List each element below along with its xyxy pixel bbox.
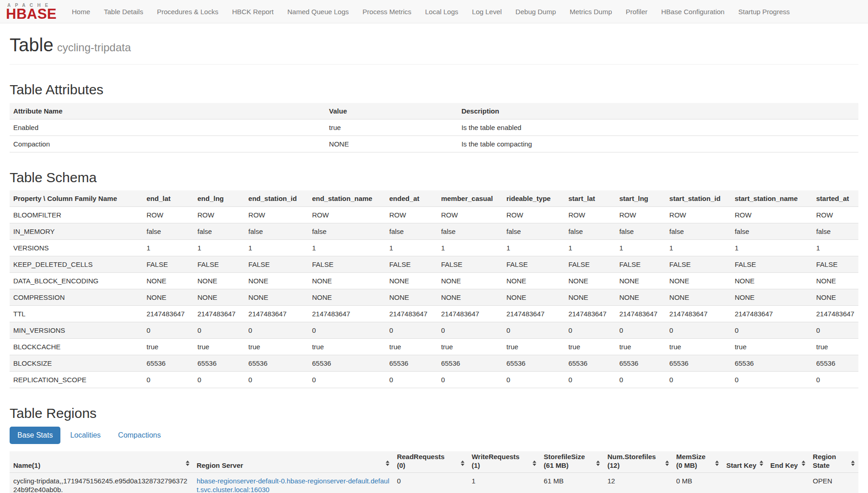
region-server-link[interactable]: hbase-regionserver-default-0.hbase-regio… xyxy=(197,477,389,493)
attr-col-value: Value xyxy=(325,103,458,119)
nav-link-local-logs[interactable]: Local Logs xyxy=(418,0,465,23)
regions-col-memsize[interactable]: MemSize(0 MB) xyxy=(673,451,722,473)
schema-row-versions: VERSIONS111111111111 xyxy=(10,240,858,256)
schema-property-value: NONE xyxy=(386,273,437,289)
regions-col-region-server[interactable]: Region Server xyxy=(193,451,394,473)
schema-property-value: NONE xyxy=(565,289,615,306)
nav-link-debug-dump[interactable]: Debug Dump xyxy=(509,0,563,23)
schema-property-value: 0 xyxy=(194,322,245,339)
regions-col-end-key[interactable]: End Key xyxy=(767,451,809,473)
schema-property-value: 0 xyxy=(565,372,615,388)
schema-property-value: NONE xyxy=(731,273,813,289)
sort-icon[interactable] xyxy=(663,460,669,466)
hbase-logo[interactable]: APACHE HBASE xyxy=(0,0,65,23)
nav-item-debug-dump: Debug Dump xyxy=(509,0,563,23)
schema-property-value: 1 xyxy=(245,240,308,256)
schema-property-value: false xyxy=(503,223,565,240)
regions-col-label-line1: Name(1) xyxy=(13,461,40,470)
regions-col-label: Num.Storefiles(12) xyxy=(607,452,656,470)
schema-property-value: false xyxy=(666,223,731,240)
sort-icon[interactable] xyxy=(530,460,536,466)
schema-property-value: 0 xyxy=(615,372,665,388)
sort-icon[interactable] xyxy=(383,460,389,466)
regions-tab-item-base-stats: Base Stats xyxy=(10,427,60,444)
schema-property-value: NONE xyxy=(194,289,245,306)
sort-down-arrow xyxy=(802,464,805,466)
sort-icon[interactable] xyxy=(183,460,189,466)
schema-property-value: true xyxy=(245,339,308,355)
schema-property-value: false xyxy=(245,223,308,240)
nav-link-process-metrics[interactable]: Process Metrics xyxy=(356,0,418,23)
schema-property-value: NONE xyxy=(437,273,503,289)
schema-property-value: 1 xyxy=(308,240,386,256)
schema-property-value: FALSE xyxy=(437,256,503,273)
regions-col-start-key[interactable]: Start Key xyxy=(722,451,766,473)
sort-icon[interactable] xyxy=(848,460,855,466)
regions-col-label: End Key xyxy=(771,461,798,470)
schema-property-value: true xyxy=(731,339,813,355)
regions-col-label-line1: ReadRequests xyxy=(397,452,444,461)
regions-col-content: MemSize(0 MB) xyxy=(676,452,719,470)
nav-link-startup-progress[interactable]: Startup Progress xyxy=(731,0,797,23)
schema-family-ended-at: ended_at xyxy=(386,190,437,207)
schema-property-value: 65536 xyxy=(437,355,503,372)
sort-icon[interactable] xyxy=(712,460,719,466)
page-header: Tablecycling-tripdata xyxy=(10,35,858,65)
sort-down-arrow xyxy=(461,464,464,466)
schema-property-value: 2147483647 xyxy=(437,306,503,322)
schema-property-value: 65536 xyxy=(666,355,731,372)
schema-property-value: ROW xyxy=(194,207,245,223)
nav-item-procedures-locks: Procedures & Locks xyxy=(150,0,225,23)
nav-item-hbase-configuration: HBase Configuration xyxy=(654,0,731,23)
schema-property-value: 1 xyxy=(437,240,503,256)
nav-link-named-queue-logs[interactable]: Named Queue Logs xyxy=(280,0,356,23)
regions-tab-item-compactions: Compactions xyxy=(110,427,168,444)
regions-col-writerequests[interactable]: WriteRequests(1) xyxy=(468,451,540,473)
regions-col-label-line1: WriteRequests xyxy=(472,452,520,461)
page-title: Table xyxy=(10,35,54,55)
sort-icon[interactable] xyxy=(799,460,805,466)
schema-property-name: DATA_BLOCK_ENCODING xyxy=(10,273,143,289)
schema-property-value: 2147483647 xyxy=(308,306,386,322)
regions-col-readrequests[interactable]: ReadRequests(0) xyxy=(393,451,468,473)
schema-property-value: true xyxy=(503,339,565,355)
tab-localities[interactable]: Localities xyxy=(62,427,108,444)
nav-link-profiler[interactable]: Profiler xyxy=(619,0,655,23)
regions-col-num-storefiles[interactable]: Num.Storefiles(12) xyxy=(604,451,672,473)
schema-property-value: 0 xyxy=(143,372,194,388)
nav-link-table-details[interactable]: Table Details xyxy=(97,0,150,23)
region-cell-start-key xyxy=(722,472,766,493)
sort-up-arrow xyxy=(802,460,805,463)
nav-link-hbase-configuration[interactable]: HBase Configuration xyxy=(654,0,731,23)
attr-description: Is the table compacting xyxy=(458,135,858,152)
page-content: Tablecycling-tripdata Table Attributes A… xyxy=(0,35,868,493)
nav-link-metrics-dump[interactable]: Metrics Dump xyxy=(563,0,619,23)
schema-family-start-lng: start_lng xyxy=(615,190,665,207)
schema-property-value: true xyxy=(666,339,731,355)
sort-icon[interactable] xyxy=(458,460,464,466)
nav-link-log-level[interactable]: Log Level xyxy=(465,0,509,23)
schema-property-value: FALSE xyxy=(565,256,615,273)
schema-property-value: 2147483647 xyxy=(386,306,437,322)
nav-link-hbck-report[interactable]: HBCK Report xyxy=(225,0,280,23)
sort-down-arrow xyxy=(760,464,763,466)
nav-link-home[interactable]: Home xyxy=(65,0,97,23)
schema-property-value: ROW xyxy=(666,207,731,223)
sort-icon[interactable] xyxy=(593,460,600,466)
schema-property-value: true xyxy=(565,339,615,355)
tab-compactions[interactable]: Compactions xyxy=(110,427,168,444)
schema-property-value: FALSE xyxy=(194,256,245,273)
sort-icon[interactable] xyxy=(757,460,763,466)
schema-property-value: NONE xyxy=(615,273,665,289)
schema-row-blockcache: BLOCKCACHEtruetruetruetruetruetruetruetr… xyxy=(10,339,858,355)
schema-property-value: 2147483647 xyxy=(615,306,665,322)
regions-col-storefilesize[interactable]: StorefileSize(61 MB) xyxy=(540,451,604,473)
attr-description: Is the table enabled xyxy=(458,119,858,135)
tab-base-stats[interactable]: Base Stats xyxy=(10,427,60,444)
regions-col-region-state[interactable]: Region State xyxy=(809,451,858,473)
regions-col-name-1[interactable]: Name(1) xyxy=(10,451,193,473)
nav-link-procedures-locks[interactable]: Procedures & Locks xyxy=(150,0,225,23)
schema-row-data-block-encoding: DATA_BLOCK_ENCODINGNONENONENONENONENONEN… xyxy=(10,273,858,289)
schema-property-value: true xyxy=(308,339,386,355)
schema-property-value: 0 xyxy=(666,372,731,388)
